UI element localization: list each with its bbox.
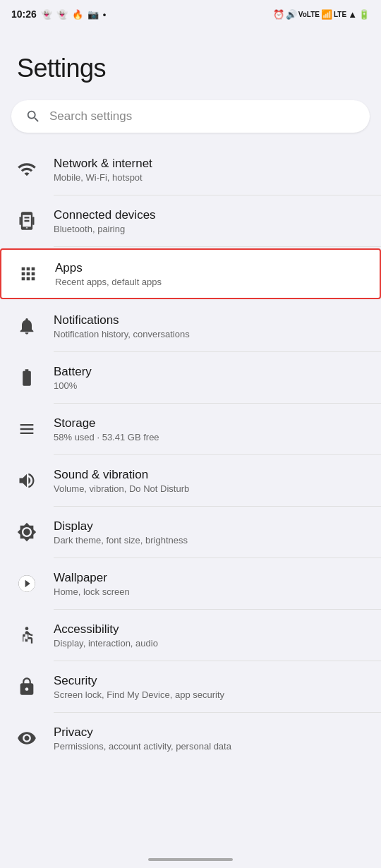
- status-icon-snapchat: 👻: [41, 9, 52, 20]
- battery-icon: 🔋: [358, 9, 370, 20]
- settings-item-connected-devices[interactable]: Connected devices Bluetooth, pairing: [0, 195, 381, 246]
- apps-icon: [16, 261, 41, 287]
- item-subtitle-sound: Volume, vibration, Do Not Disturb: [54, 483, 189, 494]
- item-subtitle-wallpaper: Home, lock screen: [54, 586, 130, 597]
- signal-icon: 📶: [321, 9, 332, 20]
- status-left: 10:26 👻 👻 🔥 📷 •: [11, 8, 106, 20]
- status-time: 10:26: [11, 8, 37, 20]
- item-subtitle-storage: 58% used · 53.41 GB free: [54, 432, 159, 442]
- wifi-signal-icon: ▲: [348, 9, 357, 20]
- settings-item-privacy[interactable]: Privacy Permissions, account activity, p…: [0, 713, 381, 764]
- alarm-icon: ⏰: [273, 9, 284, 20]
- item-text-apps: Apps Recent apps, default apps: [55, 261, 162, 287]
- item-text-security: Security Screen lock, Find My Device, ap…: [54, 674, 224, 700]
- bottom-bar: [0, 851, 381, 868]
- item-subtitle-connected-devices: Bluetooth, pairing: [54, 224, 156, 234]
- item-text-battery: Battery 100%: [54, 365, 92, 391]
- item-subtitle-apps: Recent apps, default apps: [55, 277, 162, 287]
- settings-item-battery[interactable]: Battery 100%: [0, 352, 381, 403]
- item-text-wallpaper: Wallpaper Home, lock screen: [54, 571, 130, 597]
- item-title-connected-devices: Connected devices: [54, 208, 156, 222]
- item-text-display: Display Dark theme, font size, brightnes…: [54, 519, 188, 545]
- item-text-notifications: Notifications Notification history, conv…: [54, 313, 190, 339]
- list-divider: [54, 246, 381, 247]
- item-title-storage: Storage: [54, 416, 159, 430]
- item-subtitle-security: Screen lock, Find My Device, app securit…: [54, 689, 224, 700]
- volume-icon: 🔊: [286, 9, 297, 20]
- item-title-privacy: Privacy: [54, 725, 231, 740]
- item-text-storage: Storage 58% used · 53.41 GB free: [54, 416, 159, 442]
- item-subtitle-battery: 100%: [54, 380, 92, 391]
- item-title-apps: Apps: [55, 261, 162, 275]
- item-title-accessibility: Accessibility: [54, 622, 158, 637]
- search-bar[interactable]: Search settings: [11, 100, 370, 133]
- header-area: Settings: [0, 25, 381, 95]
- item-subtitle-accessibility: Display, interaction, audio: [54, 638, 158, 649]
- item-title-security: Security: [54, 674, 224, 688]
- item-subtitle-display: Dark theme, font size, brightness: [54, 535, 188, 545]
- display-icon: [14, 519, 40, 545]
- item-subtitle-network: Mobile, Wi-Fi, hotspot: [54, 172, 152, 183]
- security-icon: [14, 674, 40, 699]
- status-icon-dot: •: [103, 9, 107, 20]
- bottom-indicator: [148, 858, 233, 861]
- battery-icon: [14, 365, 40, 390]
- settings-item-apps[interactable]: Apps Recent apps, default apps: [0, 248, 381, 299]
- item-title-display: Display: [54, 519, 188, 534]
- settings-item-storage[interactable]: Storage 58% used · 53.41 GB free: [0, 404, 381, 454]
- volte-icon: VoLTE: [298, 11, 320, 18]
- page-title: Settings: [17, 54, 364, 83]
- privacy-icon: [14, 725, 40, 751]
- status-icon-camera: 📷: [87, 9, 99, 20]
- item-title-sound: Sound & vibration: [54, 468, 189, 482]
- devices-icon: [14, 208, 40, 234]
- search-bar-container: Search settings: [0, 95, 381, 144]
- status-icon-snap2: 👻: [56, 9, 68, 20]
- wifi-icon: [14, 157, 40, 182]
- bell-icon: [14, 313, 40, 339]
- item-subtitle-privacy: Permissions, account activity, personal …: [54, 741, 231, 752]
- svg-rect-1: [32, 217, 34, 225]
- settings-item-sound[interactable]: Sound & vibration Volume, vibration, Do …: [0, 455, 381, 506]
- item-text-sound: Sound & vibration Volume, vibration, Do …: [54, 468, 189, 494]
- settings-list: Network & internet Mobile, Wi-Fi, hotspo…: [0, 144, 381, 764]
- status-bar: 10:26 👻 👻 🔥 📷 • ⏰ 🔊 VoLTE 📶 LTE ▲ 🔋: [0, 0, 381, 25]
- item-text-network: Network & internet Mobile, Wi-Fi, hotspo…: [54, 157, 152, 183]
- search-placeholder: Search settings: [49, 109, 132, 123]
- svg-rect-0: [20, 217, 21, 225]
- settings-item-network[interactable]: Network & internet Mobile, Wi-Fi, hotspo…: [0, 144, 381, 195]
- settings-item-security[interactable]: Security Screen lock, Find My Device, ap…: [0, 661, 381, 712]
- settings-item-display[interactable]: Display Dark theme, font size, brightnes…: [0, 507, 381, 557]
- item-title-wallpaper: Wallpaper: [54, 571, 130, 585]
- status-icon-fire: 🔥: [72, 9, 83, 20]
- item-text-privacy: Privacy Permissions, account activity, p…: [54, 725, 231, 752]
- item-title-battery: Battery: [54, 365, 92, 379]
- status-right-icons: ⏰ 🔊 VoLTE 📶 LTE ▲ 🔋: [273, 9, 370, 20]
- storage-icon: [14, 416, 40, 442]
- wallpaper-icon: [14, 571, 40, 596]
- svg-point-3: [25, 627, 29, 630]
- item-text-accessibility: Accessibility Display, interaction, audi…: [54, 622, 158, 649]
- item-title-notifications: Notifications: [54, 313, 190, 327]
- settings-item-notifications[interactable]: Notifications Notification history, conv…: [0, 301, 381, 351]
- sound-icon: [14, 468, 40, 493]
- settings-item-wallpaper[interactable]: Wallpaper Home, lock screen: [0, 558, 381, 609]
- item-title-network: Network & internet: [54, 157, 152, 171]
- item-subtitle-notifications: Notification history, conversations: [54, 329, 190, 339]
- lte-icon: LTE: [334, 11, 346, 18]
- item-text-connected-devices: Connected devices Bluetooth, pairing: [54, 208, 156, 234]
- accessibility-icon: [14, 622, 40, 648]
- search-icon: [25, 109, 41, 124]
- settings-item-accessibility[interactable]: Accessibility Display, interaction, audi…: [0, 610, 381, 661]
